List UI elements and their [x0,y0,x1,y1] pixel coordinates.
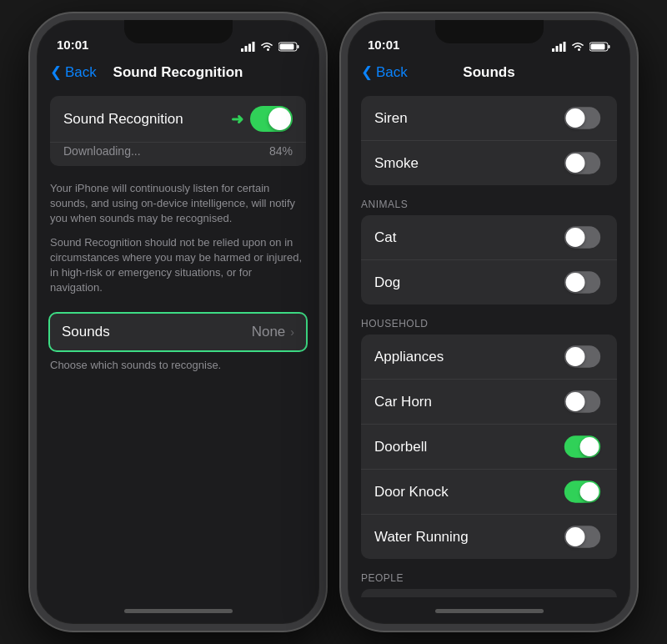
toggle-label: Sound Recognition [63,111,183,128]
dog-toggle[interactable] [564,271,600,293]
waterrunning-label: Water Running [374,529,469,546]
back-label-right: Back [376,64,408,81]
notch-right [435,20,544,43]
section-animals: ANIMALS Cat Dog [348,187,630,304]
sound-recognition-toggle[interactable] [250,106,293,132]
appliances-toggle[interactable] [564,345,600,367]
doorbell-label: Doorbell [374,439,427,455]
svg-rect-5 [298,45,299,48]
screen-content-left: Sound Recognition ➜ Downloading... 84% Y… [37,89,319,597]
nav-title-left: Sound Recognition [113,64,243,81]
status-time-right: 10:01 [368,38,399,53]
status-icons-left [241,42,299,53]
svg-rect-7 [552,48,554,52]
sounds-highlighted-row[interactable]: Sounds None › [48,312,308,352]
home-bar-right [435,609,544,613]
list-section-household: Appliances Car Horn Doorbell [361,335,617,559]
svg-rect-0 [241,48,243,52]
doorknock-label: Door Knock [374,484,449,501]
list-item-doorknock: Door Knock [361,470,617,515]
toggle-row: Sound Recognition ➜ [50,96,306,142]
list-section-basic: Siren Smoke [361,96,617,185]
description-block: Your iPhone will continuously listen for… [37,173,319,309]
appliances-label: Appliances [374,349,444,365]
carhorn-toggle[interactable] [564,390,600,412]
list-section-people: Baby Crying Shouting [361,589,617,597]
list-section-animals: Cat Dog [361,215,617,304]
wifi-icon [260,42,273,52]
doorknock-knob [580,482,599,501]
signal-icon [241,42,255,52]
signal-icon-right [552,42,566,52]
list-item-babycrying: Baby Crying [361,589,617,597]
sounds-label: Sounds [62,324,110,340]
section-household: HOUSEHOLD Appliances Car Horn Doorbell [348,306,630,559]
section-no-header: Siren Smoke [348,96,630,185]
home-bar-left [124,609,233,613]
smoke-label: Smoke [374,155,419,172]
sounds-chevron-icon: › [290,325,294,339]
animals-header: ANIMALS [348,187,630,215]
svg-rect-2 [248,44,251,53]
appliances-knob [566,347,585,366]
back-chevron-right: ❮ [361,63,373,81]
nav-title-right: Sounds [463,64,514,81]
choose-text: Choose which sounds to recognise. [37,355,319,371]
carhorn-label: Car Horn [374,394,432,410]
status-time-left: 10:01 [57,38,88,53]
siren-label: Siren [374,110,408,127]
svg-rect-9 [559,44,562,53]
doorknock-toggle[interactable] [564,480,600,502]
list-item-carhorn: Car Horn [361,380,617,425]
desc1: Your iPhone will continuously listen for… [50,181,306,227]
svg-rect-8 [556,46,559,52]
sounds-right: None › [252,324,294,340]
dog-label: Dog [374,274,400,291]
desc2: Sound Recognition should not be relied u… [50,235,306,296]
cat-label: Cat [374,229,396,246]
svg-rect-13 [591,44,605,50]
dog-knob [566,273,585,292]
siren-knob [566,108,585,128]
back-chevron-left: ❮ [50,63,62,81]
nav-bar-right: ❮ Back Sounds [348,57,630,89]
cat-toggle[interactable] [564,226,600,248]
svg-rect-10 [564,42,566,52]
list-item-cat: Cat [361,215,617,260]
svg-rect-6 [280,44,294,50]
smoke-toggle[interactable] [564,152,600,174]
home-indicator-left [37,597,319,624]
progress-row: Downloading... 84% [50,142,306,166]
svg-rect-3 [253,42,255,52]
svg-rect-1 [245,46,248,52]
list-item-siren: Siren [361,96,617,141]
downloading-label: Downloading... [63,144,141,158]
battery-icon-right [589,42,610,52]
battery-icon [278,42,299,52]
list-item-waterrunning: Water Running [361,515,617,559]
notch [124,20,233,43]
phone-left: 10:01 ❮ Back [30,13,326,631]
screen-content-right: Siren Smoke ANIMALS Cat [348,89,630,597]
sounds-value: None [252,324,286,340]
section-people: PEOPLE Baby Crying Shouting [348,561,630,597]
sound-recognition-group: Sound Recognition ➜ Downloading... 84% [50,96,306,166]
green-arrow-icon: ➜ [231,110,243,128]
list-item-doorbell: Doorbell [361,425,617,470]
waterrunning-toggle[interactable] [564,526,600,547]
list-item-dog: Dog [361,260,617,304]
back-button-left[interactable]: ❮ Back [50,63,97,81]
phone-right: 10:01 ❮ Back Sounds [341,13,637,631]
status-icons-right [552,42,610,53]
list-item-appliances: Appliances [361,335,617,380]
back-button-right[interactable]: ❮ Back [361,63,408,81]
cat-knob [566,228,585,247]
siren-toggle[interactable] [564,107,600,128]
toggle-knob [268,108,291,130]
doorbell-toggle[interactable] [564,435,600,457]
household-header: HOUSEHOLD [348,306,630,335]
download-pct: 84% [269,144,293,158]
carhorn-knob [566,392,585,411]
wifi-icon-right [571,42,584,52]
nav-bar-left: ❮ Back Sound Recognition [37,57,319,89]
